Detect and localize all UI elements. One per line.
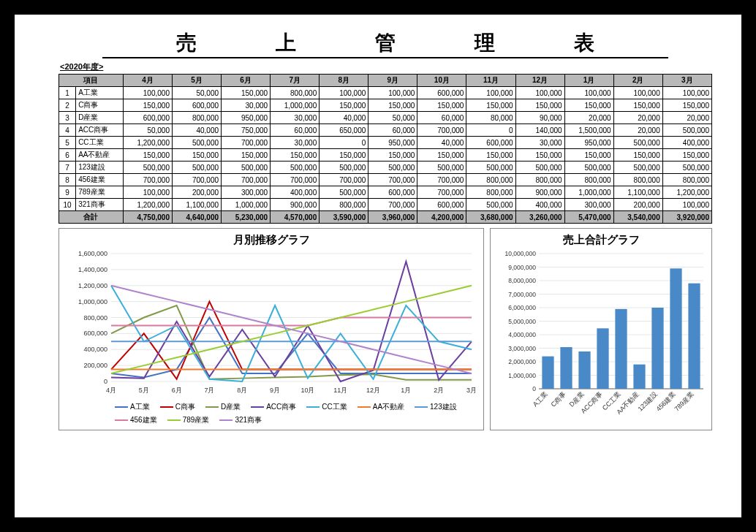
- svg-text:9月: 9月: [270, 387, 280, 394]
- total-value: 3,680,000: [466, 211, 515, 224]
- svg-text:6月: 6月: [172, 387, 182, 394]
- legend-swatch: [358, 406, 371, 408]
- svg-text:789産業: 789産業: [673, 390, 695, 412]
- svg-rect-61: [615, 309, 627, 389]
- cell-value: 500,000: [466, 162, 515, 174]
- row-name: A工業: [76, 87, 124, 99]
- svg-text:1,000,000: 1,000,000: [508, 372, 536, 379]
- cell-value: 100,000: [320, 87, 368, 99]
- cell-value: 40,000: [417, 137, 466, 149]
- cell-value: 500,000: [320, 162, 368, 174]
- svg-rect-69: [688, 284, 700, 389]
- total-value: 3,920,000: [662, 211, 711, 224]
- cell-value: 600,000: [466, 137, 515, 149]
- cell-value: 150,000: [466, 99, 515, 112]
- legend-item: D産業: [205, 402, 241, 412]
- col-header-item: 項目: [59, 75, 124, 87]
- col-header-month: 3月: [662, 75, 711, 87]
- cell-value: 700,000: [222, 174, 271, 186]
- table-row: 6AA不動産150,000150,000150,000150,000150,00…: [59, 149, 712, 162]
- legend-label: 789産業: [183, 415, 210, 425]
- legend-label: CC工業: [322, 402, 347, 412]
- cell-value: 800,000: [515, 174, 564, 186]
- cell-value: 150,000: [320, 99, 368, 112]
- col-header-month: 4月: [123, 75, 172, 87]
- legend-swatch: [167, 419, 181, 421]
- row-number: 6: [59, 149, 76, 162]
- row-name: C商事: [76, 99, 124, 112]
- cell-value: 800,000: [613, 174, 662, 186]
- cell-value: 150,000: [417, 99, 466, 112]
- table-row: 10321商事1,200,0001,100,0001,000,000900,00…: [59, 199, 712, 211]
- sales-total-chart: 売上合計グラフ 01,000,0002,000,0003,000,0004,00…: [490, 228, 712, 430]
- cell-value: 500,000: [172, 162, 221, 174]
- legend-item: 123建設: [415, 402, 457, 412]
- cell-value: 200,000: [613, 199, 662, 211]
- cell-value: 700,000: [417, 124, 466, 137]
- legend-item: CC工業: [306, 402, 347, 412]
- total-value: 3,260,000: [515, 211, 564, 224]
- row-number: 2: [59, 99, 76, 112]
- cell-value: 700,000: [271, 174, 320, 186]
- svg-text:456建業: 456建業: [654, 390, 676, 412]
- legend-swatch: [219, 419, 233, 421]
- page: 売 上 管 理 表 <2020年度> 項目4月5月6月7月8月9月10月11月1…: [15, 15, 741, 517]
- legend-item: 789産業: [167, 415, 210, 425]
- cell-value: 150,000: [222, 87, 271, 99]
- cell-value: 150,000: [271, 149, 320, 162]
- row-number: 4: [59, 124, 76, 137]
- cell-value: 150,000: [417, 149, 466, 162]
- cell-value: 1,200,000: [123, 137, 172, 149]
- cell-value: 100,000: [662, 199, 711, 211]
- table-row: 4ACC商事50,00040,000750,00060,000650,00060…: [59, 124, 712, 137]
- row-name: CC工業: [76, 137, 124, 149]
- cell-value: 700,000: [123, 174, 172, 186]
- sales-table: 項目4月5月6月7月8月9月10月11月12月1月2月3月 1A工業100,00…: [58, 74, 712, 224]
- cell-value: 150,000: [466, 149, 515, 162]
- svg-text:7月: 7月: [204, 387, 214, 394]
- cell-value: 700,000: [417, 174, 466, 186]
- table-row: 9789産業100,000200,000300,000400,000500,00…: [59, 186, 712, 199]
- col-header-month: 12月: [515, 75, 564, 87]
- svg-rect-57: [578, 352, 590, 389]
- cell-value: 150,000: [320, 149, 368, 162]
- cell-value: 400,000: [515, 199, 564, 211]
- cell-value: 0: [466, 124, 515, 137]
- cell-value: 1,100,000: [613, 186, 662, 199]
- cell-value: 80,000: [466, 112, 515, 124]
- svg-text:400,000: 400,000: [83, 346, 107, 353]
- legend-swatch: [306, 406, 320, 408]
- cell-value: 1,500,000: [564, 124, 613, 137]
- svg-text:10月: 10月: [300, 387, 314, 394]
- legend-label: ACC商事: [266, 402, 296, 412]
- col-header-month: 5月: [172, 75, 221, 87]
- cell-value: 800,000: [662, 174, 711, 186]
- cell-value: 300,000: [222, 186, 271, 199]
- svg-text:123建設: 123建設: [636, 390, 658, 412]
- cell-value: 700,000: [320, 174, 368, 186]
- cell-value: 950,000: [564, 137, 613, 149]
- cell-value: 600,000: [417, 199, 466, 211]
- svg-text:1,400,000: 1,400,000: [78, 266, 107, 273]
- legend-item: 456建業: [115, 415, 157, 425]
- svg-text:1,000,000: 1,000,000: [78, 298, 107, 305]
- year-label: <2020年度>: [60, 61, 712, 72]
- row-number: 10: [59, 199, 76, 211]
- col-header-month: 11月: [466, 75, 515, 87]
- cell-value: 20,000: [662, 112, 711, 124]
- table-header-row: 項目4月5月6月7月8月9月10月11月12月1月2月3月: [59, 75, 712, 87]
- bar-chart-svg: 01,000,0002,000,0003,000,0004,000,0005,0…: [495, 250, 707, 422]
- legend-label: A工業: [130, 402, 150, 412]
- col-header-month: 1月: [564, 75, 613, 87]
- cell-value: 800,000: [271, 87, 320, 99]
- cell-value: 150,000: [368, 149, 417, 162]
- cell-value: 100,000: [613, 87, 662, 99]
- cell-value: 900,000: [515, 186, 564, 199]
- cell-value: 500,000: [515, 162, 564, 174]
- cell-value: 50,000: [172, 87, 221, 99]
- legend-label: 321商事: [235, 415, 262, 425]
- svg-text:5月: 5月: [139, 387, 149, 394]
- col-header-month: 10月: [417, 75, 466, 87]
- table-row: 2C商事150,000600,00030,0001,000,000150,000…: [59, 99, 712, 112]
- legend-label: D産業: [221, 402, 241, 412]
